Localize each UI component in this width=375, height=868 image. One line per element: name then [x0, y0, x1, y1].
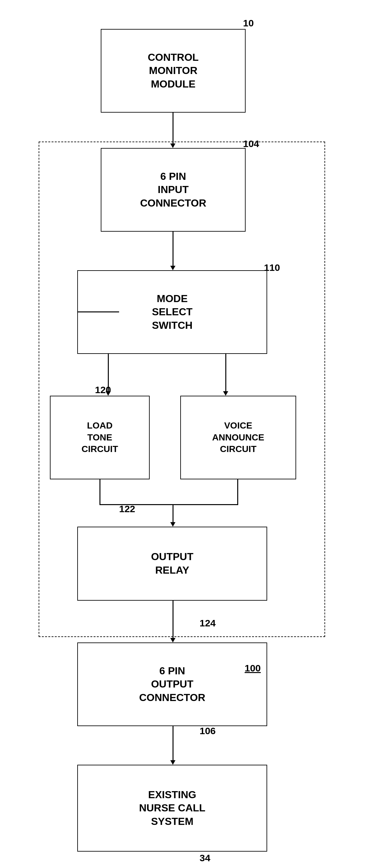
arrowhead-output-to-nurse: [170, 760, 175, 765]
ref-34: 34: [200, 852, 210, 864]
ref-10: 10: [243, 18, 254, 29]
ref-120: 120: [95, 384, 111, 395]
output-relay-block: OUTPUT RELAY: [77, 527, 267, 601]
voice-announce-block: VOICE ANNOUNCE CIRCUIT: [180, 396, 296, 479]
arrowhead-mode-to-voice: [223, 391, 228, 396]
arrow-cm-to-input: [173, 113, 173, 145]
ref-122: 122: [119, 503, 135, 515]
control-monitor-block: CONTROL MONITOR MODULE: [101, 29, 246, 113]
ref-100: 100: [244, 663, 261, 674]
arrow-load-down: [99, 479, 100, 505]
ref-106: 106: [200, 725, 216, 736]
arrow-voice-h: [173, 504, 238, 505]
arrow-output-to-nurse: [173, 726, 173, 762]
arrow-load-h: [99, 504, 173, 505]
arrow-center-to-relay: [173, 504, 173, 523]
nurse-call-block: EXISTING NURSE CALL SYSTEM: [77, 765, 267, 851]
ref-124: 124: [200, 618, 216, 629]
arrow-mode-left-h: [77, 311, 119, 312]
load-tone-block: LOAD TONE CIRCUIT: [50, 396, 150, 479]
arrowhead-to-relay: [170, 522, 175, 527]
pin-output-block: 6 PIN OUTPUT CONNECTOR: [77, 643, 267, 726]
arrow-voice-down: [237, 479, 238, 505]
diagram-container: CONTROL MONITOR MODULE 10 6 PIN INPUT CO…: [0, 0, 375, 868]
arrow-relay-to-output: [173, 601, 173, 639]
arrowhead-relay-to-output: [170, 638, 175, 643]
arrow-mode-to-voice-v: [225, 354, 226, 393]
ref-110: 110: [264, 262, 280, 273]
